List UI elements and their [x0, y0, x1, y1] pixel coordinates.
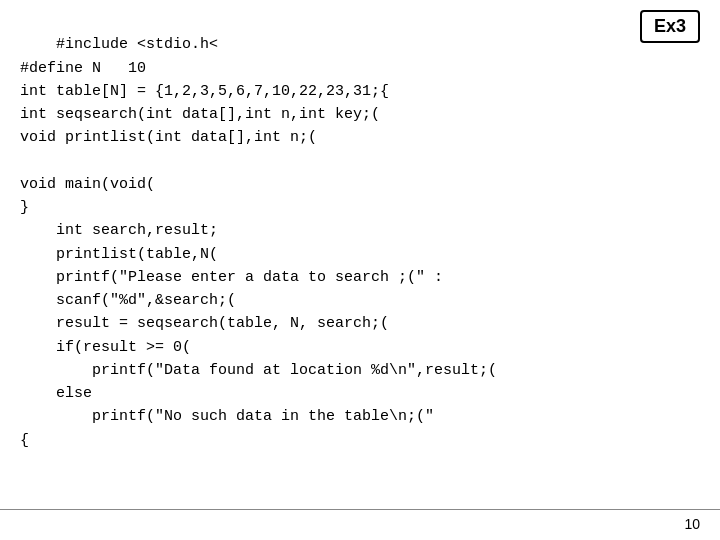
code-line-14: printf("Data found at location %d\n",res…	[20, 362, 497, 379]
code-block: #include <stdio.h< #define N 10 int tabl…	[20, 10, 700, 475]
code-line-15: else	[20, 385, 92, 402]
code-line-17: {	[20, 432, 29, 449]
code-line-10: printf("Please enter a data to search ;(…	[20, 269, 443, 286]
code-line-1: #include <stdio.h<	[56, 36, 218, 53]
main-container: Ex3 #include <stdio.h< #define N 10 int …	[0, 0, 720, 540]
code-line-7: }	[20, 199, 29, 216]
code-line-12: result = seqsearch(table, N, search;(	[20, 315, 389, 332]
code-line-blank	[20, 153, 29, 170]
code-line-5: void printlist(int data[],int n;(	[20, 129, 317, 146]
page-number: 10	[684, 516, 700, 532]
divider	[0, 509, 720, 510]
code-line-9: printlist(table,N(	[20, 246, 218, 263]
ex3-badge: Ex3	[640, 10, 700, 43]
code-line-13: if(result >= 0(	[20, 339, 191, 356]
code-line-6: void main(void(	[20, 176, 155, 193]
code-line-4: int seqsearch(int data[],int n,int key;(	[20, 106, 380, 123]
code-line-2: #define N 10	[20, 60, 146, 77]
code-line-3: int table[N] = {1,2,3,5,6,7,10,22,23,31;…	[20, 83, 389, 100]
code-line-16: printf("No such data in the table\n;("	[20, 408, 434, 425]
code-line-8: int search,result;	[20, 222, 218, 239]
code-line-11: scanf("%d",&search;(	[20, 292, 236, 309]
